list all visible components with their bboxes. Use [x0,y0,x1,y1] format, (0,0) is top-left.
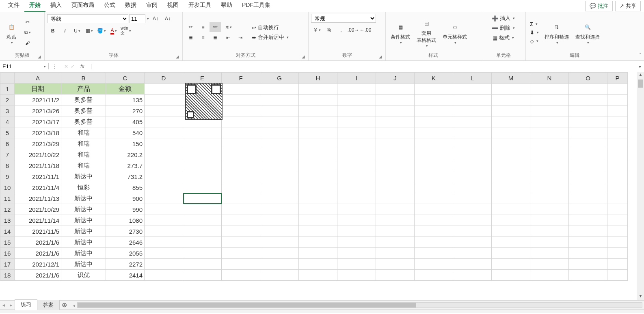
cell-I17[interactable] [337,259,376,270]
row-header-13[interactable]: 13 [0,215,15,226]
row-header-2[interactable]: 2 [0,95,15,105]
cell-N7[interactable] [530,149,569,160]
collapse-ribbon-button[interactable]: ˄ [639,52,642,58]
cell-G16[interactable] [260,248,299,259]
cell-E15[interactable] [183,237,222,248]
cell-D10[interactable] [145,182,183,193]
find-select-button[interactable]: 🔍查找和选择▾ [573,20,602,45]
cell-K4[interactable] [415,116,453,127]
cell-G4[interactable] [260,116,299,127]
cell-K16[interactable] [415,248,453,259]
cell-L12[interactable] [453,204,492,215]
cell-A5[interactable]: 2021/3/18 [15,127,61,138]
cell-E8[interactable] [183,160,222,171]
cell-I2[interactable] [337,95,376,105]
menu-item-8[interactable]: 开发工具 [184,0,216,13]
cell-I12[interactable] [337,204,376,215]
increase-font-button[interactable]: A↑ [150,14,161,24]
menu-item-1[interactable]: 开始 [24,0,45,13]
cell-C5[interactable]: 540 [106,127,145,138]
cancel-icon[interactable]: ✕ [64,64,68,69]
menu-item-3[interactable]: 页面布局 [67,0,99,13]
cell-K5[interactable] [415,127,453,138]
row-header-4[interactable]: 4 [0,116,15,127]
row-header-18[interactable]: 18 [0,270,15,281]
cell-N3[interactable] [530,105,569,116]
column-header-I[interactable]: I [337,73,376,84]
cell-I3[interactable] [337,105,376,116]
menu-item-4[interactable]: 公式 [99,0,120,13]
align-middle-button[interactable]: ≡ [197,22,209,32]
underline-button[interactable]: U▾ [71,26,83,36]
menu-item-5[interactable]: 数据 [120,0,141,13]
cell-O7[interactable] [569,149,607,160]
cell-O15[interactable] [569,237,607,248]
cell-J14[interactable] [376,226,415,237]
cell-B3[interactable]: 奥多普 [61,105,106,116]
cell-M11[interactable] [492,193,530,204]
cell-O10[interactable] [569,182,607,193]
cell-H1[interactable] [299,84,337,95]
cell-J16[interactable] [376,248,415,259]
cell-F12[interactable] [222,204,260,215]
column-header-J[interactable]: J [376,73,415,84]
comments-button[interactable]: 💬 批注 [585,1,613,11]
cell-D17[interactable] [145,259,183,270]
cell-K6[interactable] [415,138,453,149]
cell-B1[interactable]: 产品 [61,84,106,95]
cell-O4[interactable] [569,116,607,127]
cell-L10[interactable] [453,182,492,193]
cell-M2[interactable] [492,95,530,105]
cell-M1[interactable] [492,84,530,95]
cell-D5[interactable] [145,127,183,138]
cell-C7[interactable]: 220.2 [106,149,145,160]
autosum-button[interactable]: Σ▾ [528,20,540,28]
cell-G6[interactable] [260,138,299,149]
menu-item-6[interactable]: 审阅 [141,0,162,13]
cell-H11[interactable] [299,193,337,204]
cell-I13[interactable] [337,215,376,226]
cell-A4[interactable]: 2021/3/17 [15,116,61,127]
cell-I16[interactable] [337,248,376,259]
sheet-nav-next[interactable]: ▸ [7,302,15,308]
decrease-indent-button[interactable]: ⇤ [223,33,234,43]
cell-D8[interactable] [145,160,183,171]
cell-B4[interactable]: 奥多普 [61,116,106,127]
cell-P12[interactable] [607,204,628,215]
cell-H12[interactable] [299,204,337,215]
cell-N16[interactable] [530,248,569,259]
menu-item-0[interactable]: 文件 [3,0,24,13]
menu-item-9[interactable]: 帮助 [216,0,237,13]
cell-H5[interactable] [299,127,337,138]
row-header-11[interactable]: 11 [0,193,15,204]
cell-C4[interactable]: 405 [106,116,145,127]
dialog-launcher-icon[interactable]: ◢ [176,54,179,59]
cell-P10[interactable] [607,182,628,193]
menu-item-7[interactable]: 视图 [162,0,184,13]
cell-J2[interactable] [376,95,415,105]
cell-A1[interactable]: 日期 [15,84,61,95]
cell-I8[interactable] [337,160,376,171]
insert-cells-button[interactable]: ➕插入▾ [490,14,516,23]
row-header-17[interactable]: 17 [0,259,15,270]
cell-B14[interactable]: 新达中 [61,226,106,237]
bold-button[interactable]: B [47,26,58,36]
cell-B7[interactable]: 和瑞 [61,149,106,160]
border-button[interactable]: ▦▾ [84,26,95,36]
cell-E14[interactable] [183,226,222,237]
cell-N12[interactable] [530,204,569,215]
cell-F3[interactable] [222,105,260,116]
format-cells-button[interactable]: ▦格式▾ [491,33,516,42]
cell-D16[interactable] [145,248,183,259]
cell-O5[interactable] [569,127,607,138]
cell-O13[interactable] [569,215,607,226]
cell-F14[interactable] [222,226,260,237]
cell-P4[interactable] [607,116,628,127]
cell-M18[interactable] [492,270,530,281]
cell-I9[interactable] [337,171,376,182]
cell-F4[interactable] [222,116,260,127]
orientation-button[interactable]: ⤭▾ [223,22,234,32]
cell-B6[interactable]: 和瑞 [61,138,106,149]
cell-C9[interactable]: 731.2 [106,171,145,182]
dialog-launcher-icon[interactable]: ◢ [379,54,382,59]
